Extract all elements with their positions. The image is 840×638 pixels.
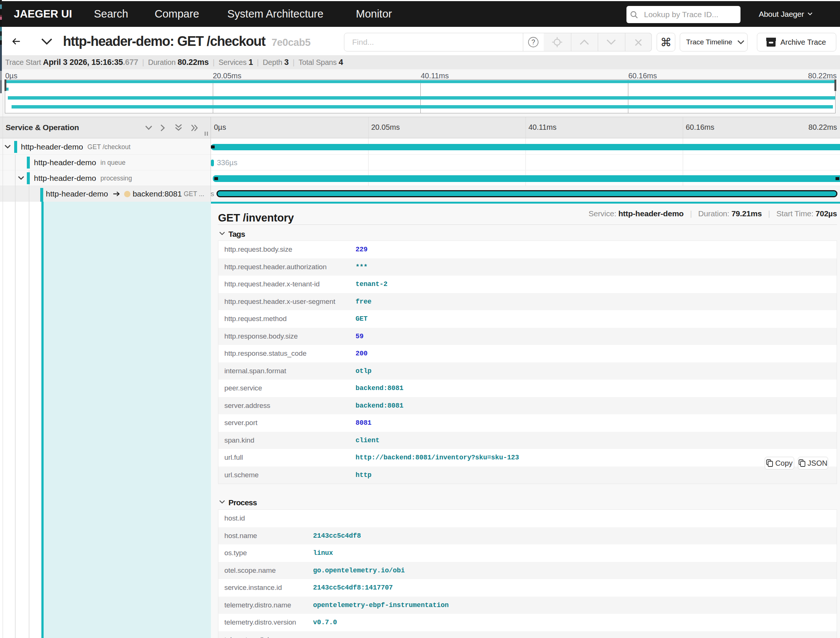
- svg-text:?: ?: [531, 38, 535, 46]
